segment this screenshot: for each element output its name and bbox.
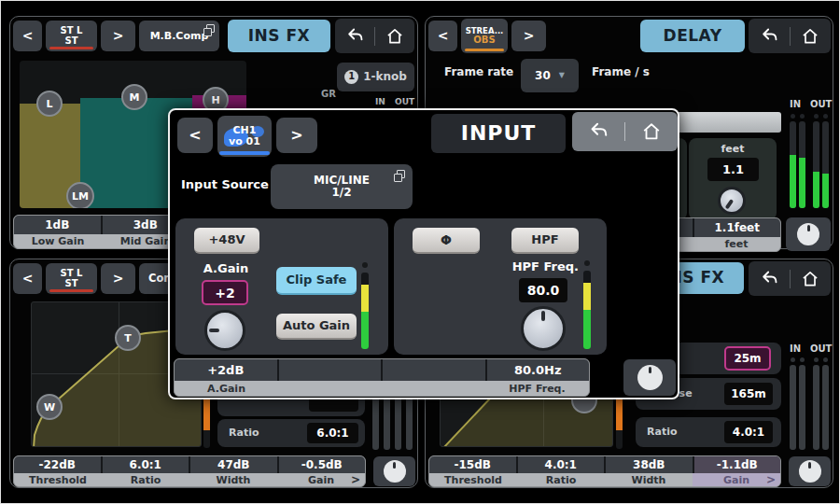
out-label: OUT [395,97,414,106]
phase-label: Φ [441,233,452,247]
again-knob[interactable] [204,310,245,351]
active-underline [49,47,93,49]
touch-knob-button[interactable] [373,456,415,486]
hpf-freq-label: HPF Freq. [485,259,579,273]
gr-label: GR [321,89,336,99]
auto-gain-button[interactable]: Auto Gain [276,314,357,340]
param-value[interactable] [381,359,485,381]
home-icon[interactable] [641,121,662,142]
page-title: DELAY [640,20,745,52]
block-select-button[interactable]: M.B.Comp [139,21,219,51]
param-label: feet [693,237,780,251]
low-band-handle[interactable]: L [36,91,63,117]
undo-icon[interactable] [760,27,778,46]
nav-strip [335,19,414,53]
prev-channel-button[interactable]: < [428,21,457,51]
knob-tick [524,309,563,348]
page-title-text: DELAY [664,28,722,45]
popup-title: INPUT [431,114,566,153]
active-underline [219,151,270,155]
param-value-selected[interactable]: -1.1dB [693,456,781,473]
peak-dot [362,262,368,268]
param-label: Ratio [517,473,605,486]
in-meter [799,365,805,450]
param-value[interactable]: 47dB [189,456,277,473]
more-params-chevron[interactable]: > [351,473,360,486]
param-bar: -22dB 6.0:1 47dB -0.5dB Threshold Ratio … [13,455,366,487]
frame-rate-value: 30 [535,70,551,82]
hpf-freq-knob[interactable] [521,306,566,351]
out-meter [813,121,819,208]
peak-dot [823,357,828,362]
in-meter [799,121,805,208]
feet-value[interactable]: 1.1 [707,158,759,181]
dropdown-arrow-icon: ▼ [559,72,565,79]
next-channel-button[interactable]: > [101,21,135,51]
one-knob-label: 1-knob [363,71,407,83]
prev-channel-button[interactable]: < [13,263,42,294]
param-value[interactable]: 4.0:1 [516,456,605,473]
frame-unit-label: Frame / s [592,65,650,78]
param-value[interactable]: 1.1feet [693,218,781,237]
channel-select-button[interactable]: ST L ST [46,263,97,294]
phantom-48v-button[interactable]: +48V [194,228,259,254]
knob-icon [799,460,821,483]
param-value[interactable]: 6.0:1 [101,456,189,473]
mid-band-handle[interactable]: M [121,84,147,110]
row-value-box: 165m [724,383,773,405]
next-channel-button[interactable]: > [101,263,135,294]
param-label: Low Gain [14,234,102,248]
divider [374,27,375,46]
param-label [278,381,382,396]
param-value[interactable] [277,359,382,381]
undo-icon[interactable] [345,27,364,46]
knob-tick [207,313,243,348]
again-value-box[interactable]: +2 [202,280,248,305]
nav-strip [749,19,831,53]
param-value[interactable]: -15dB [429,456,516,473]
touch-knob-button[interactable] [623,359,676,396]
undo-icon[interactable] [760,270,778,288]
active-underline [49,289,93,292]
param-label: A.Gain [175,381,278,396]
param-value[interactable]: +2dB [175,359,277,381]
handle-letter: T [124,332,132,344]
frame-rate-dropdown[interactable]: 30 ▼ [521,59,579,92]
next-channel-button[interactable]: > [276,118,317,153]
undo-icon[interactable] [588,121,609,142]
param-value[interactable]: -0.5dB [277,456,366,473]
param-value[interactable]: 1dB [14,216,101,234]
touch-knob-button[interactable] [789,456,831,486]
home-icon[interactable] [385,27,404,46]
next-channel-button[interactable]: > [511,21,546,51]
input-source-select[interactable]: MIC/LINE 1/2 [271,164,413,209]
prev-channel-button[interactable]: < [177,118,213,153]
ratio-row[interactable]: Ratio 6.0:1 [217,419,365,447]
touch-knob-button[interactable] [786,217,831,251]
channel-select-button[interactable]: CH1 vo 01 [217,116,272,157]
channel-select-button[interactable]: ST L ST [46,21,97,51]
prev-channel-button[interactable]: < [13,21,42,51]
param-value[interactable]: 80.0Hz [485,359,590,381]
clip-safe-button[interactable]: Clip Safe [276,267,357,295]
ratio-row[interactable]: Ratio 4.0:1 [636,417,781,447]
one-knob-button[interactable]: 1 1-knob [337,63,414,91]
threshold-handle[interactable]: T [115,325,141,351]
peak-dot [814,114,819,119]
home-icon[interactable] [801,27,819,46]
channel-name-2: OBS [473,35,495,46]
hpf-button[interactable]: HPF [511,228,579,254]
width-handle[interactable]: W [36,394,63,420]
feet-label: feet [689,143,777,155]
feet-knob[interactable] [718,187,746,215]
low-mid-xover-handle[interactable]: LM [66,182,94,208]
hpf-freq-value-box[interactable]: 80.0 [519,278,567,302]
param-value[interactable]: -22dB [14,456,101,473]
row-value: 4.0:1 [733,426,764,439]
channel-name-2: vo 01 [229,136,260,147]
more-params-chevron[interactable]: > [766,473,776,486]
phase-button[interactable]: Φ [413,228,480,254]
param-value[interactable]: 38dB [604,456,693,473]
home-icon[interactable] [801,270,819,288]
channel-select-button[interactable]: STREA... OBS [461,19,508,53]
